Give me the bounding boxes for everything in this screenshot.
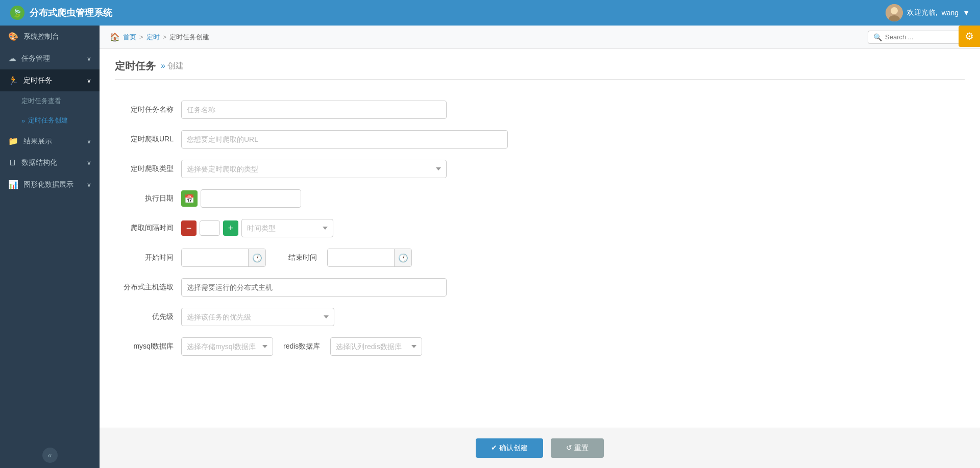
- priority-select[interactable]: 选择该任务的优先级: [181, 308, 334, 326]
- monitor-icon: 🖥: [8, 158, 16, 167]
- reset-button[interactable]: ↺ 重置: [551, 438, 604, 458]
- user-name: wang: [942, 9, 959, 17]
- header-left: 🍃 分布式爬虫管理系统: [10, 6, 112, 20]
- sidebar-item-chart-display[interactable]: 📊 图形化数据展示 ∨: [0, 174, 100, 195]
- interval-row: 爬取间隔时间 − 0 + 时间类型: [115, 219, 574, 237]
- header: 🍃 分布式爬虫管理系统 欢迎光临, wang ▼: [0, 0, 980, 26]
- arrow-icon-data: ∨: [87, 159, 91, 166]
- form-footer: ✔ 确认创建 ↺ 重置: [100, 428, 980, 468]
- crawl-type-select[interactable]: 选择要定时爬取的类型: [181, 160, 447, 178]
- cloud-icon: ☁: [8, 54, 16, 63]
- sidebar-label-system: 系统控制台: [23, 32, 59, 41]
- create-form: 定时任务名称 定时爬取URL 定时爬取类型 选择要定时爬取的类型: [115, 95, 574, 372]
- sidebar-label-result: 结果展示: [23, 137, 52, 146]
- arrow-icon-task: ∨: [87, 55, 91, 62]
- task-name-label: 定时任务名称: [115, 105, 181, 114]
- dropdown-icon: ▼: [963, 9, 970, 17]
- confirm-create-button[interactable]: ✔ 确认创建: [476, 438, 543, 458]
- task-name-row: 定时任务名称: [115, 101, 574, 119]
- search-input[interactable]: [885, 33, 967, 41]
- db-group: 选择存储mysql数据库 redis数据库 选择队列redis数据库: [181, 337, 574, 356]
- interval-value-input[interactable]: 0: [200, 220, 220, 236]
- url-row: 定时爬取URL: [115, 130, 574, 149]
- run-icon: 🏃: [8, 76, 18, 85]
- home-icon: 🏠: [110, 32, 120, 42]
- sidebar-sub-label-view: 定时任务查看: [21, 97, 61, 105]
- calendar-button[interactable]: 📅: [181, 190, 198, 207]
- app-title: 分布式爬虫管理系统: [30, 7, 112, 19]
- header-right: 欢迎光临, wang ▼: [886, 4, 970, 21]
- page-subtitle: 创建: [161, 61, 184, 71]
- arrow-icon-result: ∨: [87, 138, 91, 145]
- settings-button[interactable]: ⚙: [959, 26, 980, 47]
- topbar: 🏠 首页 > 定时 > 定时任务创建 🔍: [100, 26, 980, 49]
- task-name-input[interactable]: [181, 101, 447, 119]
- search-icon: 🔍: [873, 33, 882, 41]
- date-input[interactable]: [201, 189, 301, 208]
- sidebar-item-data-structure[interactable]: 🖥 数据结构化 ∨: [0, 152, 100, 174]
- sidebar-sub-scheduled-view[interactable]: 定时任务查看: [0, 91, 100, 111]
- start-time-wrap: 10:06:00 🕐: [181, 249, 266, 267]
- sidebar-sub-scheduled-create[interactable]: » 定时任务创建: [0, 111, 100, 130]
- breadcrumb: 🏠 首页 > 定时 > 定时任务创建: [110, 32, 209, 42]
- start-time-label: 开始时间: [115, 253, 181, 262]
- current-indicator: »: [21, 117, 25, 125]
- arrow-icon-chart: ∨: [87, 181, 91, 188]
- page-content: 定时任务 创建 定时任务名称 定时爬取URL 定时爬取类型: [100, 49, 980, 428]
- breadcrumb-sep2: >: [163, 33, 167, 41]
- end-time-clock-button[interactable]: 🕐: [394, 249, 411, 266]
- crawl-type-label: 定时爬取类型: [115, 164, 181, 174]
- breadcrumb-level1[interactable]: 定时: [146, 33, 160, 42]
- breadcrumb-home[interactable]: 首页: [123, 33, 136, 42]
- url-label: 定时爬取URL: [115, 135, 181, 144]
- host-label: 分布式主机选取: [115, 283, 181, 292]
- page-title: 定时任务: [115, 59, 156, 73]
- host-input[interactable]: [181, 278, 447, 297]
- end-time-input[interactable]: 10:06:00: [328, 249, 394, 266]
- sidebar-item-scheduled-task[interactable]: 🏃 定时任务 ∨: [0, 69, 100, 91]
- palette-icon: 🎨: [8, 32, 18, 41]
- avatar: [886, 4, 903, 21]
- url-input[interactable]: [181, 130, 508, 149]
- interval-minus-button[interactable]: −: [181, 220, 197, 236]
- date-label: 执行日期: [115, 194, 181, 203]
- start-time-input[interactable]: 10:06:00: [182, 249, 248, 266]
- date-input-group: 📅: [181, 189, 301, 208]
- time-group: 10:06:00 🕐 结束时间 10:06:00 🕐: [181, 249, 574, 267]
- host-row: 分布式主机选取: [115, 278, 574, 297]
- mysql-select[interactable]: 选择存储mysql数据库: [181, 337, 273, 356]
- svg-point-1: [891, 7, 898, 14]
- redis-select[interactable]: 选择队列redis数据库: [330, 337, 422, 356]
- time-row: 开始时间 10:06:00 🕐 结束时间 10:06:00 🕐: [115, 249, 574, 267]
- user-greeting: 欢迎光临,: [907, 8, 938, 17]
- main-content: 🏠 首页 > 定时 > 定时任务创建 🔍 ⚙ 定时任务 创建: [100, 26, 980, 468]
- sidebar-label-data: 数据结构化: [21, 158, 57, 167]
- date-row: 执行日期 📅: [115, 189, 574, 208]
- redis-label: redis数据库: [283, 342, 320, 351]
- interval-plus-button[interactable]: +: [223, 220, 238, 236]
- sidebar-item-system-control[interactable]: 🎨 系统控制台: [0, 26, 100, 47]
- sidebar-item-result-display[interactable]: 📁 结果展示 ∨: [0, 130, 100, 152]
- priority-row: 优先级 选择该任务的优先级: [115, 308, 574, 326]
- user-menu[interactable]: 欢迎光临, wang ▼: [886, 4, 970, 21]
- page-header: 定时任务 创建: [115, 59, 965, 80]
- priority-label: 优先级: [115, 312, 181, 322]
- sidebar-label-chart: 图形化数据展示: [23, 180, 74, 189]
- crawl-type-row: 定时爬取类型 选择要定时爬取的类型: [115, 160, 574, 178]
- arrow-icon-scheduled: ∨: [87, 77, 91, 84]
- sidebar-sub-label-create: 定时任务创建: [28, 116, 68, 125]
- end-time-label: 结束时间: [276, 253, 317, 262]
- end-time-wrap: 10:06:00 🕐: [327, 249, 412, 267]
- interval-label: 爬取间隔时间: [115, 224, 181, 233]
- chart-icon: 📊: [8, 180, 18, 189]
- interval-time-select[interactable]: 时间类型: [241, 219, 333, 237]
- sidebar-label-scheduled: 定时任务: [23, 76, 52, 85]
- breadcrumb-level2: 定时任务创建: [169, 33, 209, 42]
- sidebar-item-task-manage[interactable]: ☁ 任务管理 ∨: [0, 47, 100, 69]
- start-time-clock-button[interactable]: 🕐: [248, 249, 265, 266]
- sidebar-collapse-button[interactable]: «: [42, 448, 58, 463]
- gear-icon: ⚙: [965, 30, 974, 42]
- interval-control-group: − 0 + 时间类型: [181, 219, 333, 237]
- sidebar: 🎨 系统控制台 ☁ 任务管理 ∨ 🏃 定时任务 ∨ 定时任务查看 » 定时任务创…: [0, 26, 100, 468]
- search-box[interactable]: 🔍: [868, 31, 970, 44]
